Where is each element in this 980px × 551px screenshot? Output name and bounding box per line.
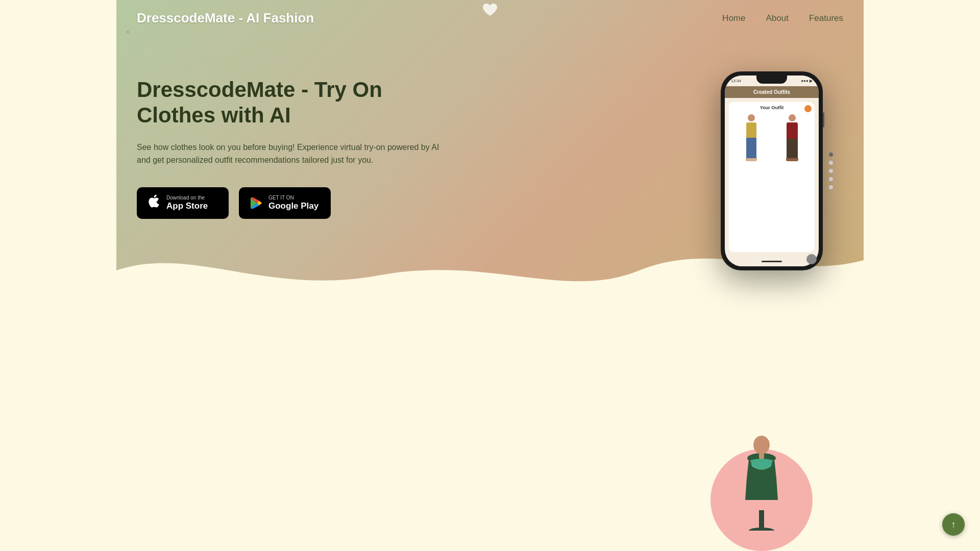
phone-frame: 13:34 ●●● ▶ Created Outfits <box>721 71 823 270</box>
phone-app-header: Created Outfits <box>725 86 819 98</box>
mannequin-illustration <box>710 439 813 551</box>
nav-link-home[interactable]: Home <box>722 13 745 23</box>
brand-logo: DresscodeMate - AI Fashion <box>137 10 314 26</box>
google-play-text: GET IT ON Google Play <box>268 195 318 211</box>
outfit-figures <box>732 112 812 249</box>
phone-header-text: Created Outfits <box>753 89 790 95</box>
scroll-to-top-button[interactable]: ↑ <box>942 513 965 536</box>
phone-time: 13:34 <box>731 79 741 83</box>
google-play-main-text: Google Play <box>268 201 318 211</box>
hero-description: See how clothes look on you before buyin… <box>137 141 443 167</box>
svg-point-4 <box>753 436 770 454</box>
nav-links: Home About Features <box>722 13 843 23</box>
google-play-icon <box>249 196 263 210</box>
main-content: for(let i=0;i<80;i++) document.currentSc… <box>116 0 864 551</box>
apple-icon <box>147 194 161 212</box>
left-sidebar <box>0 0 116 551</box>
phone-screen: 13:34 ●●● ▶ Created Outfits <box>725 76 819 266</box>
google-play-button[interactable]: GET IT ON Google Play <box>239 187 331 219</box>
nav-link-about[interactable]: About <box>766 13 788 23</box>
app-store-text: Download on the App Store <box>166 195 208 211</box>
right-sidebar <box>864 0 980 551</box>
app-store-button[interactable]: Download on the App Store <box>137 187 229 219</box>
figure-right <box>773 114 812 161</box>
phone-signal: ●●● ▶ <box>801 79 813 83</box>
hero-title: DresscodeMate - Try On Clothes with AI <box>137 77 443 129</box>
nav-link-features[interactable]: Features <box>809 13 843 23</box>
scroll-dot-1[interactable] <box>829 153 833 157</box>
navigation: DresscodeMate - AI Fashion Home About Fe… <box>116 0 864 36</box>
app-store-sub-text: Download on the <box>166 195 205 201</box>
app-store-main-text: App Store <box>166 201 208 211</box>
phone-notch <box>756 76 787 84</box>
scroll-top-icon: ↑ <box>951 519 956 530</box>
scroll-dot-4[interactable] <box>829 177 833 181</box>
phone-action-button[interactable] <box>806 254 817 264</box>
scroll-dot-3[interactable] <box>829 169 833 173</box>
google-play-sub-text: GET IT ON <box>268 195 294 201</box>
figure-left <box>732 114 771 161</box>
scroll-dots <box>829 153 833 189</box>
phone-home-indicator <box>725 256 819 266</box>
phone-home-bar <box>762 261 782 262</box>
below-hero-section <box>116 321 864 551</box>
phone-mockup: 13:34 ●●● ▶ Created Outfits <box>721 71 823 270</box>
phone-card-close[interactable] <box>804 105 812 112</box>
mannequin-svg <box>731 429 792 531</box>
scroll-dot-5[interactable] <box>829 185 833 189</box>
phone-side-button <box>823 112 824 128</box>
phone-outfit-title: Your Outfit <box>732 105 812 110</box>
svg-point-1 <box>749 528 774 531</box>
scroll-dot-2[interactable] <box>829 161 833 165</box>
hero-section: for(let i=0;i<80;i++) document.currentSc… <box>116 0 864 321</box>
